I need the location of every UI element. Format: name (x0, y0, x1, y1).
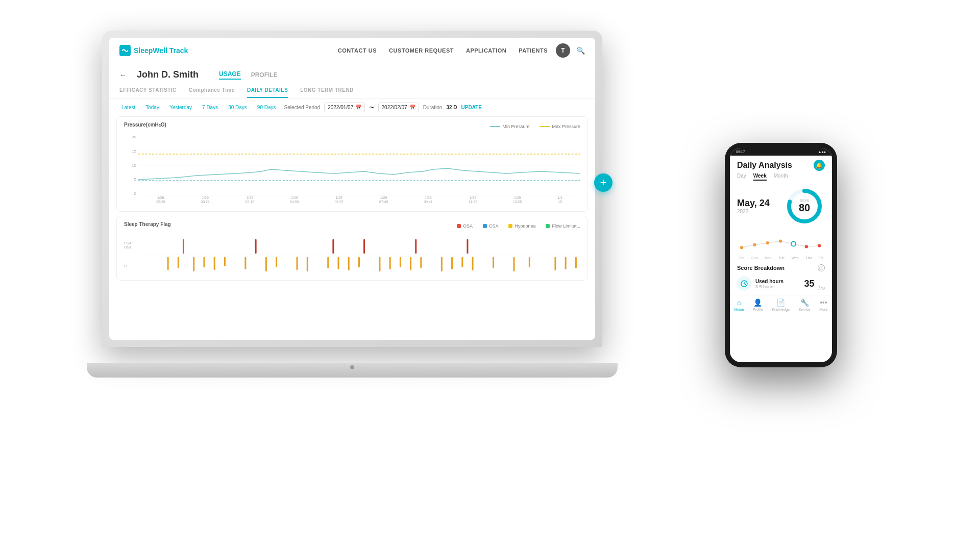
tab-daily-details[interactable]: DAILY DETAILS (247, 83, 288, 98)
svg-rect-37 (472, 257, 474, 270)
btn-30days[interactable]: 30 Days (226, 104, 249, 111)
svg-rect-28 (358, 257, 360, 267)
svg-rect-12 (415, 239, 416, 254)
date-range-row: Selected Period 2022/01/07 📅 ~ 2022/02/0… (284, 103, 482, 112)
svg-rect-10 (332, 239, 334, 254)
svg-point-51 (805, 245, 808, 248)
pressure-y-labels: 20 15 10 5 0 (124, 135, 136, 196)
phone-score-section: May, 24 2022 Score (730, 181, 832, 232)
svg-rect-24 (307, 257, 308, 271)
update-button[interactable]: UPDATE (461, 105, 482, 110)
phone-nav-service[interactable]: 🔧 Service (798, 298, 810, 311)
more-icon: ••• (820, 298, 827, 307)
tab-day[interactable]: Day (737, 173, 746, 181)
breakdown-info: Used hours 3.5 hours (755, 279, 800, 289)
btn-yesterday[interactable]: Yesterday (167, 104, 194, 111)
laptop: SleepWell Track CONTACT US CUSTOMER REQU… (102, 31, 602, 378)
phone-status-icons: ▲●● (818, 150, 826, 154)
trend-days: Sat Sun Mon Tue Wed Thu Fri (737, 256, 825, 260)
legend-osa: OSA (457, 223, 473, 229)
trend-tue: Tue (778, 256, 785, 260)
svg-rect-21 (265, 257, 267, 271)
svg-rect-23 (297, 257, 298, 270)
nav-contact[interactable]: CONTACT US (338, 47, 377, 54)
profile-icon: 👤 (753, 298, 762, 307)
svg-point-47 (753, 243, 756, 246)
tab-compliance[interactable]: Compliance Time (189, 83, 235, 98)
tab-usage[interactable]: USAGE (219, 70, 241, 80)
pressure-chart-legend: Min Pressure Max Pressure (490, 124, 580, 129)
trend-fri: Fri (819, 256, 823, 260)
tab-month[interactable]: Month (774, 173, 788, 181)
legend-osa-label: OSA (463, 223, 473, 229)
svg-rect-30 (389, 257, 391, 269)
score-value: 80 (799, 202, 810, 213)
phone-title: Daily Analysis (737, 161, 792, 170)
tab-long-term[interactable]: LONG TERM TREND (300, 83, 354, 98)
svg-rect-9 (255, 239, 257, 254)
x-label-6: 1/2909:41 (424, 196, 433, 206)
breakdown-score: 35 (804, 279, 814, 289)
pressure-x-labels: 1/2822:29 1/2900:21 1/2902:13 1/2904:05 … (138, 196, 580, 206)
breakdown-max: /70 (818, 286, 825, 291)
svg-rect-33 (420, 257, 422, 268)
calendar-from-icon: 📅 (355, 105, 361, 110)
svg-rect-13 (467, 239, 468, 254)
svg-point-52 (818, 244, 821, 247)
phone-day-tabs: Day Week Month (730, 173, 832, 181)
svg-rect-19 (224, 257, 226, 266)
svg-rect-41 (554, 257, 556, 270)
x-label-5: 1/2907:49 (379, 196, 388, 206)
x-label-7: 1/2911:33 (469, 196, 478, 206)
x-label-0: 1/2822:29 (156, 196, 165, 206)
laptop-notch (350, 365, 354, 369)
back-arrow-icon[interactable]: ← (119, 71, 127, 79)
x-label-8: 1/2913:25 (513, 196, 522, 206)
phone-nav-more[interactable]: ••• More (819, 298, 827, 311)
phone-nav-knowledge[interactable]: 📄 Knowledge (772, 298, 790, 311)
header-avatar[interactable]: T (556, 43, 570, 58)
clock-icon-container (737, 277, 751, 291)
phone-nav-home[interactable]: ⌂ Home (734, 298, 744, 311)
x-label-4: 1/2905:57 (334, 196, 344, 206)
btn-90days[interactable]: 90 Days (255, 104, 278, 111)
phone-nav-profile[interactable]: 👤 Profile (753, 298, 763, 311)
patient-header: ← John D. Smith USAGE PROFILE (109, 63, 595, 83)
fab-add-button[interactable]: + (594, 173, 612, 192)
fab-plus-icon: + (600, 176, 607, 189)
legend-max-pressure: Max Pressure (540, 124, 580, 129)
nav-customer[interactable]: CUSTOMER REQUEST (389, 47, 454, 54)
svg-rect-11 (363, 239, 365, 254)
info-icon[interactable]: ⓘ (818, 264, 825, 271)
phone-body: 09:17 ▲●● Daily Analysis 🔔 Day Week Mont… (725, 143, 837, 367)
y-label-0: 0 (124, 191, 136, 196)
x-label-2: 1/2902:13 (246, 196, 255, 206)
svg-rect-26 (337, 257, 339, 269)
phone-bell-icon[interactable]: 🔔 (814, 160, 825, 171)
trend-thu: Thu (805, 256, 812, 260)
date-from-value: 2022/01/07 (328, 105, 353, 110)
svg-rect-38 (493, 257, 494, 268)
search-icon[interactable]: 🔍 (576, 46, 585, 55)
nav-patients[interactable]: PATIENTS (519, 47, 548, 54)
btn-today[interactable]: Today (143, 104, 161, 111)
date-from-input[interactable]: 2022/01/07 📅 (324, 103, 365, 112)
tab-week[interactable]: Week (753, 173, 767, 181)
logo-text: SleepWell Track (134, 46, 188, 55)
trend-wed: Wed (791, 256, 798, 260)
nav-application[interactable]: APPLICATION (466, 47, 506, 54)
breakdown-sub: 3.5 hours (755, 284, 800, 289)
date-to-input[interactable]: 2022/02/07 📅 (378, 103, 419, 112)
tab-profile[interactable]: PROFILE (251, 71, 278, 79)
svg-point-48 (766, 241, 769, 244)
svg-point-46 (740, 246, 743, 249)
svg-rect-20 (244, 257, 246, 269)
knowledge-label: Knowledge (772, 308, 790, 311)
btn-latest[interactable]: Latest (119, 104, 137, 111)
tab-efficacy[interactable]: EFFICACY STATISTIC (119, 83, 177, 98)
therapy-chart-visual: CSA/OSA H (124, 234, 580, 275)
btn-7days[interactable]: 7 Days (200, 104, 220, 111)
svg-rect-16 (193, 257, 194, 271)
legend-csa-label: CSA (489, 223, 499, 229)
score-donut-chart: Score 80 (784, 186, 825, 227)
